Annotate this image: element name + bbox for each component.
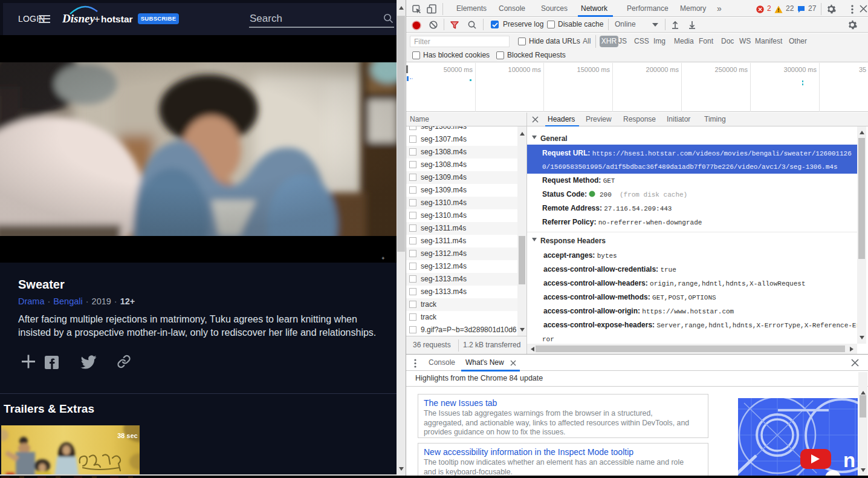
svg-text:+: + [94, 14, 100, 24]
svg-text:38 sec: 38 sec [117, 432, 138, 439]
svg-text:Disney: Disney [62, 12, 95, 25]
svg-text:hotstar: hotstar [101, 14, 133, 24]
svg-text:n: n [843, 449, 855, 471]
